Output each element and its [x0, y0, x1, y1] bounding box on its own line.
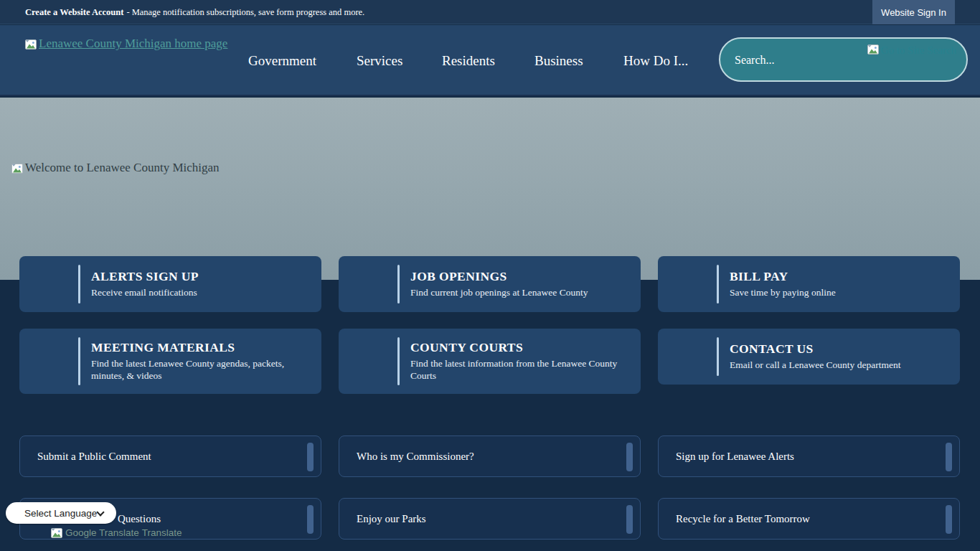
button-indicator-pill: [307, 505, 314, 534]
card-bill-pay[interactable]: BILL PAY Save time by paying online: [658, 256, 960, 312]
google-translate-link[interactable]: Google Translate Translate: [51, 527, 182, 538]
search-submit-button[interactable]: Go to Site Search: [867, 44, 956, 57]
nav-item-business[interactable]: Business: [534, 25, 583, 96]
quick-link-recycle-better-tomorrow[interactable]: Recycle for a Better Tomorrow: [658, 498, 960, 540]
quick-link-who-is-my-commissioner[interactable]: Who is my Commissioner?: [339, 435, 641, 477]
card-body: CONTACT US Email or call a Lenawee Count…: [730, 329, 953, 385]
nav-item-services[interactable]: Services: [357, 25, 402, 96]
card-icon-placeholder: [339, 329, 397, 394]
card-icon-placeholder: [19, 329, 78, 394]
lenawee-county-homepage: Create a Website Account - Manage notifi…: [0, 0, 980, 551]
button-indicator-pill: [307, 443, 314, 471]
card-description: Find the latest information from the Len…: [410, 358, 633, 382]
card-body: ALERTS SIGN UP Receive email notificatio…: [91, 256, 314, 312]
google-translate-brand-text: Google Translate: [65, 527, 139, 538]
create-account-description: - Manage notification subscriptions, sav…: [126, 7, 364, 18]
card-body: MEETING MATERIALS Find the latest Lenawe…: [91, 329, 314, 394]
quick-link-label: Sign up for Lenawee Alerts: [659, 451, 794, 463]
card-body: JOB OPENINGS Find current job openings a…: [410, 256, 633, 312]
hero-image-alt-text: Welcome to Lenawee County Michigan: [25, 161, 220, 175]
nav-item-residents[interactable]: Residents: [442, 25, 495, 96]
quick-link-label: Submit a Public Comment: [20, 451, 151, 463]
card-body: COUNTY COURTS Find the latest informatio…: [410, 329, 633, 394]
hero-banner: Welcome to Lenawee County Michigan: [0, 98, 980, 280]
card-divider: [78, 265, 80, 303]
card-icon-placeholder: [19, 256, 78, 312]
card-description: Save time by paying online: [730, 287, 953, 299]
card-icon-placeholder: [658, 329, 717, 385]
nav-item-government[interactable]: Government: [248, 25, 316, 96]
card-alerts-sign-up[interactable]: ALERTS SIGN UP Receive email notificatio…: [19, 256, 321, 312]
card-divider: [397, 337, 400, 385]
create-account-text[interactable]: Create a Website Account - Manage notifi…: [25, 0, 364, 24]
quick-link-label: Who is my Commissioner?: [339, 451, 474, 463]
button-indicator-pill: [626, 505, 633, 534]
quick-link-enjoy-our-parks[interactable]: Enjoy our Parks: [339, 498, 641, 540]
card-divider: [397, 265, 400, 303]
card-meeting-materials[interactable]: MEETING MATERIALS Find the latest Lenawe…: [19, 329, 321, 394]
card-title: COUNTY COURTS: [410, 340, 633, 355]
button-indicator-pill: [946, 443, 952, 471]
card-county-courts[interactable]: COUNTY COURTS Find the latest informatio…: [339, 329, 641, 394]
card-divider: [717, 337, 719, 376]
google-translate-label: Translate: [142, 527, 182, 538]
hero-broken-image: Welcome to Lenawee County Michigan: [11, 161, 220, 175]
card-divider: [78, 337, 80, 385]
website-sign-in-button[interactable]: Website Sign In: [872, 0, 955, 24]
language-select[interactable]: Select Language: [6, 502, 116, 524]
card-title: BILL PAY: [730, 269, 953, 284]
button-indicator-pill: [626, 443, 633, 471]
quick-link-label: Enjoy our Parks: [339, 513, 426, 525]
card-divider: [717, 265, 719, 303]
card-contact-us[interactable]: CONTACT US Email or call a Lenawee Count…: [658, 329, 960, 385]
card-icon-placeholder: [339, 256, 397, 312]
search-button-alt-text: Go to Site Search: [881, 44, 956, 57]
card-icon-placeholder: [658, 256, 717, 312]
card-description: Find the latest Lenawee County agendas, …: [91, 358, 314, 382]
card-job-openings[interactable]: JOB OPENINGS Find current job openings a…: [339, 256, 641, 312]
button-indicator-pill: [946, 505, 952, 534]
broken-image-icon: [11, 163, 23, 173]
language-selector: Select Language: [6, 502, 116, 524]
site-header: Lenawee County Michigan home page Govern…: [0, 25, 980, 96]
site-search: Go to Site Search: [719, 37, 968, 82]
broken-image-icon: [51, 528, 62, 538]
nav-item-how-do-i[interactable]: How Do I...: [623, 25, 688, 96]
create-account-link[interactable]: Create a Website Account: [25, 7, 123, 18]
card-title: MEETING MATERIALS: [91, 340, 314, 355]
card-description: Receive email notifications: [91, 287, 314, 299]
card-title: CONTACT US: [730, 342, 953, 357]
quick-link-submit-public-comment[interactable]: Submit a Public Comment: [19, 435, 321, 477]
quick-link-sign-up-lenawee-alerts[interactable]: Sign up for Lenawee Alerts: [658, 435, 960, 477]
search-input[interactable]: [726, 43, 862, 77]
card-title: ALERTS SIGN UP: [91, 269, 314, 284]
card-description: Email or call a Lenawee County departmen…: [730, 359, 953, 372]
utility-bar: Create a Website Account - Manage notifi…: [0, 0, 980, 24]
quick-link-label: Recycle for a Better Tomorrow: [659, 513, 810, 525]
card-title: JOB OPENINGS: [410, 269, 633, 284]
broken-image-icon: [867, 44, 879, 55]
card-body: BILL PAY Save time by paying online: [730, 256, 953, 312]
card-description: Find current job openings at Lenawee Cou…: [410, 287, 633, 299]
